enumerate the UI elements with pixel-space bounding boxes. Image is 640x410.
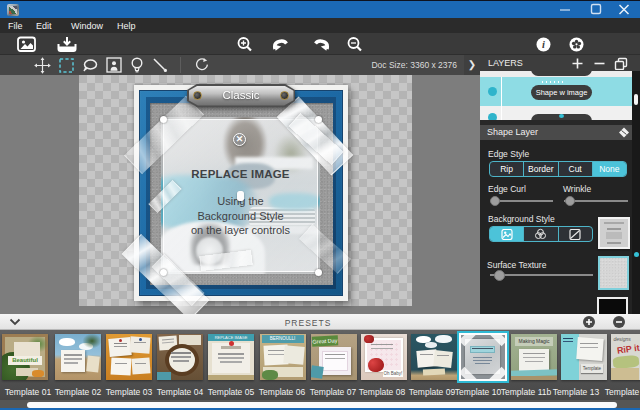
svg-text:i: i [542, 39, 545, 50]
